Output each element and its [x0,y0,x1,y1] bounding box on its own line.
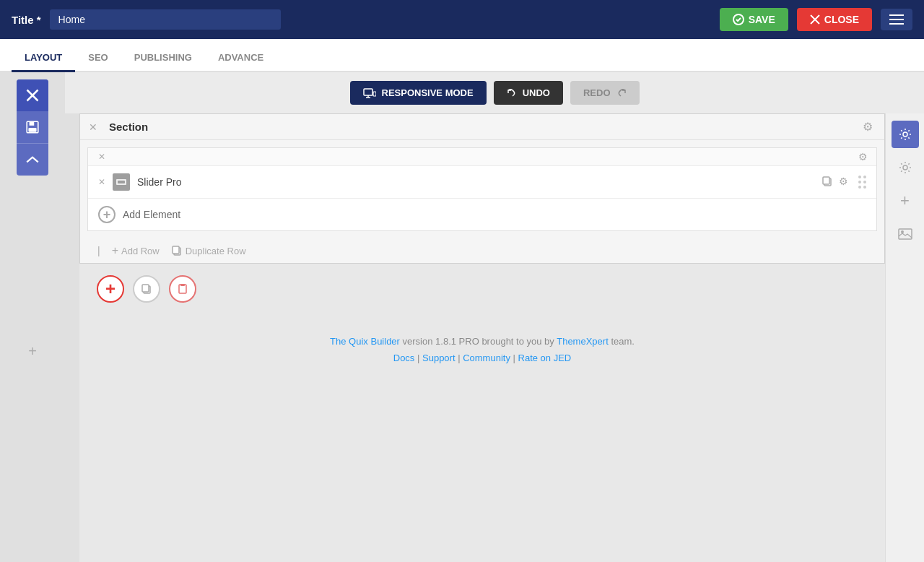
save-button[interactable]: SAVE [720,8,788,31]
builder-canvas-wrapper: ✕ Section ⚙ ✕ ⚙ [65,113,924,562]
row-gear-icon[interactable]: ⚙ [858,151,868,163]
docs-link[interactable]: Docs [393,353,415,363]
element-copy-icon[interactable] [821,176,833,189]
element-settings-icon[interactable]: ⚙ [839,176,848,189]
sidebar-close-button[interactable] [17,79,48,111]
row-actions-bar: | + Add Row Duplicate Row [80,238,884,263]
gear-outline-icon [899,161,912,174]
copy-icon [141,283,152,295]
settings-icon [899,128,912,141]
toolbar-row: RESPONSIVE MODE UNDO REDO [65,72,924,113]
save-icon [733,14,744,25]
section-close-btn[interactable]: ✕ [89,121,97,133]
page-name-input[interactable] [50,9,281,30]
app-title: Title * [12,14,41,26]
svg-point-25 [903,132,907,137]
image-icon [898,228,912,240]
svg-point-26 [903,165,907,170]
section-header: ✕ Section ⚙ [80,114,884,140]
tab-advance[interactable]: ADVANCE [205,45,276,72]
right-settings-button[interactable] [892,121,919,148]
copy-section-button[interactable] [133,275,160,303]
right-add-icon[interactable]: + [892,187,919,215]
element-close-btn[interactable]: ✕ [98,177,105,187]
right-media-icon[interactable] [892,220,919,248]
row-close-btn[interactable]: ✕ [98,152,105,162]
close-icon [810,14,820,25]
redo-button[interactable]: REDO [570,81,640,105]
duplicate-row-btn[interactable]: Duplicate Row [171,245,246,256]
builder-link[interactable]: The Quix Builder [330,336,400,347]
svg-rect-10 [28,128,36,132]
hamburger-icon [889,14,904,25]
add-section-button[interactable]: + [97,275,124,303]
svg-rect-18 [823,177,829,184]
section-panel: ✕ Section ⚙ ✕ ⚙ [79,113,885,264]
svg-rect-22 [142,285,149,292]
svg-rect-11 [364,89,372,95]
tab-publishing[interactable]: PUBLISHING [121,45,205,72]
element-row: ✕ Slider Pro [88,166,876,199]
sidebar-save-button[interactable] [17,111,48,143]
main-area: + RESPONSIVE MODE UNDO [0,72,924,562]
svg-rect-16 [118,181,125,183]
rate-jed-link[interactable]: Rate on JED [518,353,572,363]
left-panel-icons [17,79,48,176]
monitor-icon [363,88,376,98]
svg-rect-14 [373,92,376,96]
tab-seo[interactable]: SEO [75,45,121,72]
section-header-actions: ⚙ [863,120,873,134]
section-settings-icon[interactable]: ⚙ [863,120,873,134]
row-header: ✕ ⚙ [88,148,876,166]
element-type-icon [113,173,130,191]
footer-links: Docs | Support | Community | Rate on JED [94,353,871,363]
canvas-scroll-area: ✕ Section ⚙ ✕ ⚙ [79,113,885,562]
add-section-left-icon[interactable]: + [28,343,37,360]
x-icon [25,88,40,103]
floppy-icon [25,120,40,134]
left-sidebar: + [0,72,65,562]
footer: The Quix Builder version 1.8.1 PRO broug… [79,314,885,378]
redo-icon [616,88,627,98]
row-separator-icon: | [97,245,100,256]
chevron-up-icon [25,152,40,167]
undo-button[interactable]: UNDO [494,81,563,105]
responsive-mode-button[interactable]: RESPONSIVE MODE [350,81,487,105]
canvas-left-gutter [65,113,79,562]
element-actions: ⚙ [821,176,848,189]
add-row-label: Add Row [121,246,160,256]
svg-rect-24 [180,284,185,286]
header: Title * SAVE CLOSE [0,0,924,39]
duplicate-row-label: Duplicate Row [186,246,246,256]
community-link[interactable]: Community [463,353,510,363]
paste-icon [177,283,188,295]
right-gear-icon[interactable] [892,154,919,181]
paste-section-button[interactable] [169,275,196,303]
hamburger-menu-button[interactable] [881,9,912,30]
element-name: Slider Pro [137,176,814,188]
content-area: RESPONSIVE MODE UNDO REDO [65,72,924,562]
add-element-row[interactable]: + Add Element [88,199,876,230]
add-row-plus-icon: + [112,244,118,257]
theme-link[interactable]: ThemeXpert [557,336,609,347]
undo-icon [507,88,517,98]
add-row-btn[interactable]: + Add Row [112,244,160,257]
section-title: Section [109,121,148,133]
duplicate-icon [171,245,183,256]
support-link[interactable]: Support [422,353,456,363]
svg-rect-20 [173,246,179,254]
right-sidebar: + [885,113,924,562]
row-container: ✕ ⚙ ✕ Slider Pro [87,147,877,231]
svg-rect-27 [899,229,912,239]
slider-icon [116,178,126,186]
sidebar-collapse-button[interactable] [17,144,48,176]
footer-attribution: The Quix Builder version 1.8.1 PRO broug… [94,336,871,347]
svg-rect-9 [30,121,35,126]
tabs-bar: LAYOUT SEO PUBLISHING ADVANCE [0,39,924,72]
drag-handle[interactable] [858,176,866,189]
close-button[interactable]: CLOSE [797,8,872,31]
add-element-label: Add Element [123,209,180,220]
add-element-plus-icon: + [98,206,116,223]
section-actions-row: + [79,264,885,314]
tab-layout[interactable]: LAYOUT [12,45,75,72]
